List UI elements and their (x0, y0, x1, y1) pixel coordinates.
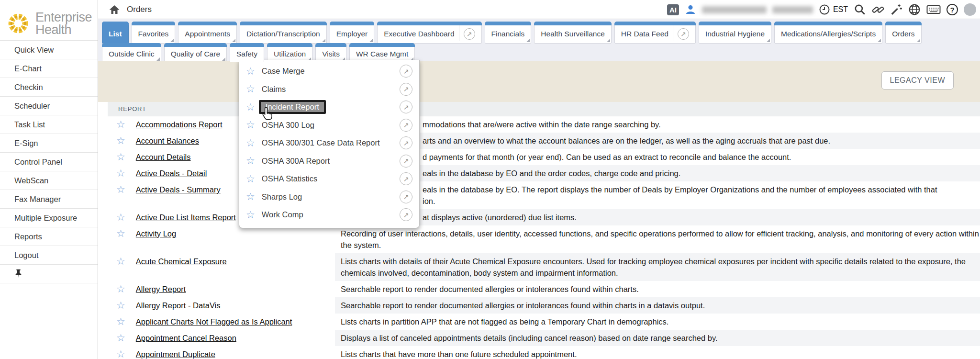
menu-item-case-merge[interactable]: ☆Case Merge↗ (239, 62, 419, 80)
help-icon[interactable]: ? (947, 4, 958, 15)
favorite-star-icon[interactable]: ☆ (116, 135, 125, 146)
sidebar-item-task-list[interactable]: Task List (0, 115, 98, 134)
favorite-star-icon[interactable]: ☆ (246, 137, 255, 149)
report-link[interactable]: Allergy Report (136, 283, 186, 295)
favorite-star-icon[interactable]: ☆ (116, 348, 125, 359)
tab-outside-clinic[interactable]: Outside Clinic (102, 43, 161, 62)
report-link[interactable]: Active Deals - Summary (136, 184, 221, 195)
menu-item-sharps-log[interactable]: ☆Sharps Log↗ (239, 188, 419, 206)
favorite-star-icon[interactable]: ☆ (116, 212, 125, 223)
favorite-star-icon[interactable]: ☆ (246, 101, 255, 113)
report-link[interactable]: Applicant Charts Not Flagged as Is Appli… (136, 316, 292, 327)
tab-executive-dashboard[interactable]: Executive Dashboard↗ (377, 22, 481, 44)
tab-hr-data-feed[interactable]: HR Data Feed↗ (614, 22, 696, 44)
tab-health-surveillance[interactable]: Health Surveillance (534, 22, 612, 44)
tab-wr-case-mgmt[interactable]: WR Case Mgmt (349, 43, 415, 62)
menu-item-claims[interactable]: ☆Claims↗ (239, 80, 419, 99)
favorite-star-icon[interactable]: ☆ (116, 300, 125, 311)
favorite-star-icon[interactable]: ☆ (246, 119, 255, 131)
favorite-star-icon[interactable]: ☆ (246, 83, 255, 95)
page-title: Orders (127, 5, 152, 14)
table-row: ☆Allergy Report Searchable report to ren… (108, 281, 980, 297)
tab-appointments[interactable]: Appointments (178, 22, 237, 44)
open-new-window-icon[interactable]: ↗ (400, 101, 412, 113)
sidebar-item-webscan[interactable]: WebScan (0, 171, 98, 190)
report-link[interactable]: Activity Log (136, 228, 176, 239)
sidebar-item-scheduler[interactable]: Scheduler (0, 96, 98, 115)
report-link[interactable]: Appointment Duplicate (136, 348, 215, 359)
tab-utilization[interactable]: Utilization (267, 43, 312, 62)
favorite-star-icon[interactable]: ☆ (246, 66, 255, 77)
avatar[interactable] (964, 3, 976, 16)
report-link[interactable]: Active Due List Items Report (136, 212, 236, 223)
menu-item-osha-statistics[interactable]: ☆OSHA Statistics↗ (239, 170, 419, 188)
favorite-star-icon[interactable]: ☆ (116, 184, 125, 195)
link-icon[interactable] (872, 3, 884, 16)
report-link[interactable]: Account Details (136, 151, 191, 163)
favorite-star-icon[interactable]: ☆ (116, 228, 125, 239)
open-new-window-icon[interactable]: ↗ (400, 191, 412, 203)
open-new-window-icon[interactable]: ↗ (400, 155, 412, 168)
report-link[interactable]: Appointment Cancel Reason (136, 332, 236, 344)
tab-employer[interactable]: Employer (330, 22, 374, 44)
open-new-window-icon[interactable]: ↗ (400, 136, 412, 149)
open-new-window-icon[interactable]: ↗ (400, 208, 412, 221)
tab-favorites[interactable]: Favorites (132, 22, 176, 44)
sidebar-item-control-panel[interactable]: Control Panel (0, 152, 98, 171)
ai-badge[interactable]: AI (667, 4, 679, 15)
tab-dictation-transcription[interactable]: Dictation/Transcription (240, 22, 327, 44)
external-link-icon: ↗ (464, 28, 475, 40)
sidebar-item-reports[interactable]: Reports (0, 227, 98, 246)
clock-icon[interactable] (819, 4, 830, 15)
report-link[interactable]: Allergy Report - DataVis (136, 300, 221, 311)
favorite-star-icon[interactable]: ☆ (116, 168, 125, 179)
sidebar-item-fax-manager[interactable]: Fax Manager (0, 190, 98, 208)
open-new-window-icon[interactable]: ↗ (400, 83, 412, 96)
tab-orders[interactable]: Orders (885, 22, 921, 44)
report-description: d payments for that month (or year end).… (335, 149, 980, 165)
home-icon[interactable] (109, 4, 120, 17)
open-new-window-icon[interactable]: ↗ (400, 172, 412, 185)
sidebar-item-multiple-exposure[interactable]: Multiple Exposure (0, 208, 98, 227)
keyboard-icon[interactable] (926, 4, 941, 15)
legacy-view-button[interactable]: LEGACY VIEW (881, 71, 954, 90)
favorite-star-icon[interactable]: ☆ (116, 283, 125, 295)
tab-safety[interactable]: Safety (230, 43, 264, 62)
open-new-window-icon[interactable]: ↗ (400, 65, 412, 78)
report-link[interactable]: Active Deals - Detail (136, 168, 207, 179)
menu-item-osha-300a-report[interactable]: ☆OSHA 300A Report↗ (239, 152, 419, 170)
favorite-star-icon[interactable]: ☆ (246, 209, 255, 221)
report-link[interactable]: Acute Chemical Exposure (136, 256, 227, 267)
favorite-star-icon[interactable]: ☆ (246, 191, 255, 202)
tab-quality-of-care[interactable]: Quality of Care (164, 43, 227, 62)
favorite-star-icon[interactable]: ☆ (116, 332, 125, 344)
tab-medications-allergies-scripts[interactable]: Medications/Allergies/Scripts (774, 22, 882, 44)
sidebar-pin-toggle[interactable] (0, 264, 98, 283)
favorite-star-icon[interactable]: ☆ (116, 316, 125, 327)
menu-item-work-comp[interactable]: ☆Work Comp↗ (239, 206, 419, 224)
report-link[interactable]: Accommodations Report (136, 119, 223, 130)
favorite-star-icon[interactable]: ☆ (116, 151, 125, 163)
favorite-star-icon[interactable]: ☆ (246, 173, 255, 185)
brand-name: Enterprise Health (35, 11, 92, 36)
tab-row-1: List Favorites Appointments Dictation/Tr… (102, 22, 922, 44)
tab-industrial-hygiene[interactable]: Industrial Hygiene (699, 22, 771, 44)
globe-icon[interactable] (908, 3, 921, 16)
menu-item-osha-300-301-case-data-report[interactable]: ☆OSHA 300/301 Case Data Report↗ (239, 134, 419, 152)
tab-financials[interactable]: Financials (485, 22, 532, 44)
sidebar-item-checkin[interactable]: Checkin (0, 78, 98, 96)
sidebar-item-e-chart[interactable]: E-Chart (0, 59, 98, 78)
tab-list[interactable]: List (102, 22, 129, 44)
favorite-star-icon[interactable]: ☆ (116, 119, 125, 130)
magic-wand-icon[interactable] (890, 3, 902, 16)
report-description: mmodations that are/were active within t… (335, 116, 980, 133)
tab-visits[interactable]: Visits (315, 43, 346, 62)
search-icon[interactable] (854, 3, 866, 16)
sidebar-item-e-sign[interactable]: E-Sign (0, 134, 98, 152)
favorite-star-icon[interactable]: ☆ (116, 256, 125, 267)
sidebar-item-quick-view[interactable]: Quick View (0, 40, 98, 59)
favorite-star-icon[interactable]: ☆ (246, 155, 255, 167)
open-new-window-icon[interactable]: ↗ (400, 119, 412, 132)
sidebar-item-logout[interactable]: Logout (0, 246, 98, 264)
report-link[interactable]: Account Balances (136, 135, 199, 146)
